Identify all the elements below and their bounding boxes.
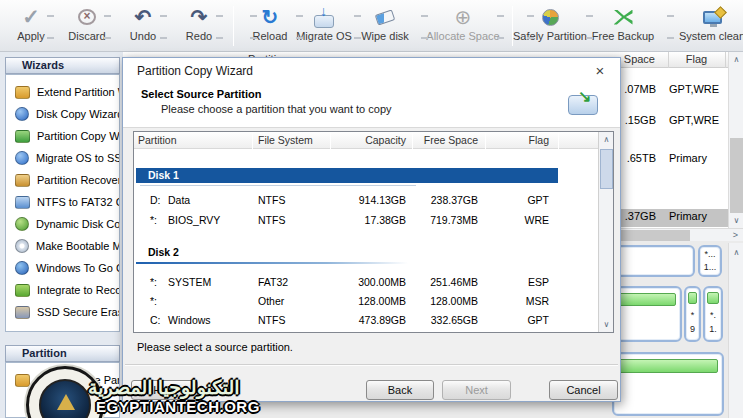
sidebar-item-partition-recovery[interactable]: Partition Recovery Wizard	[6, 169, 119, 191]
sidebar-item-bootable-media[interactable]: Make Bootable Media	[6, 235, 119, 257]
partition-block[interactable]: *. 1.	[703, 286, 723, 342]
col-partition[interactable]: Partition	[138, 134, 177, 146]
cancel-button[interactable]: Cancel	[549, 380, 618, 400]
gear-icon	[15, 284, 30, 297]
partition-row[interactable]: *: SYSTEM FAT32 300.00MB 251.46MB ESP	[134, 274, 598, 292]
scroll-up-icon[interactable]: ∧	[599, 132, 614, 147]
capacity: 473.89GB	[332, 314, 406, 326]
list-scrollbar[interactable]: ∧ ∨	[598, 132, 613, 332]
flag: MSR	[487, 295, 549, 307]
sidebar-item-disk-copy[interactable]: Disk Copy Wizard	[6, 103, 119, 125]
partition-row[interactable]: *: Other 128.00MB 128.00MB MSR	[134, 293, 598, 311]
toolbar-divider	[233, 6, 234, 46]
sidebar-item-dynamic-disk[interactable]: Dynamic Disk Converter	[6, 213, 119, 235]
toolbar-button-allocate-space[interactable]: Allocate Space	[424, 4, 502, 48]
col-capacity[interactable]: Capacity	[332, 134, 406, 146]
sidebar-item-migrate-os-ssd[interactable]: Migrate OS to SSD	[6, 147, 119, 169]
dialog-header: Select Source Partition Please choose a …	[123, 84, 620, 128]
sidebar-item-extend-partition[interactable]: Extend Partition Wizard	[6, 81, 119, 103]
toolbar-label: Free Backup	[588, 30, 658, 42]
scroll-down-icon[interactable]: ∨	[729, 213, 743, 228]
used-space-bar	[618, 359, 718, 373]
toolbar: Apply Discard Undo Redo Reload Migrate O…	[0, 0, 743, 52]
dynamic-disk-icon	[15, 217, 29, 231]
scroll-down-icon[interactable]: ∨	[599, 317, 614, 332]
system-clean-icon	[703, 11, 722, 24]
used-space-bar	[618, 293, 676, 306]
file-system: FAT32	[258, 276, 328, 288]
partition-block[interactable]: *... 1...	[698, 245, 722, 277]
partition-name: Windows	[168, 314, 254, 326]
partition-block[interactable]	[615, 245, 695, 277]
scrollbar-thumb[interactable]	[600, 149, 613, 189]
toolbar-button-wipe-disk[interactable]: Wipe disk	[356, 4, 414, 48]
scroll-up-icon[interactable]: ∧	[729, 52, 743, 67]
toolbar-label: Wipe disk	[356, 30, 414, 42]
resize-move-icon	[15, 374, 30, 387]
partition-copy-wizard-dialog: Partition Copy Wizard × Select Source Pa…	[122, 57, 621, 402]
sidebar-item-ntfs-fat32[interactable]: NTFS to FAT32 Converter	[6, 191, 119, 213]
partition-name: BIOS_RVY	[168, 214, 254, 226]
close-icon[interactable]: ×	[590, 61, 610, 81]
dialog-status-text: Please select a source partition.	[137, 341, 293, 353]
toolbar-button-system-clean[interactable]: System clean	[674, 4, 743, 48]
bg-col-flag[interactable]: Flag	[668, 53, 725, 65]
scrollbar-vertical[interactable]: ∧ ∨	[728, 52, 743, 228]
partition-copy-icon	[568, 95, 598, 115]
sidebar-item-label: Dynamic Disk Converter	[36, 218, 119, 230]
partition-label: *.	[705, 310, 721, 320]
convert-arrows-icon	[15, 196, 30, 209]
wipe-disk-icon	[375, 9, 396, 25]
scroll-up-icon[interactable]: ∧	[729, 245, 743, 260]
redo-arrow-icon	[191, 5, 208, 29]
drive-letter: *:	[150, 214, 168, 226]
partition-copy-icon	[15, 130, 30, 143]
capacity: 914.13GB	[332, 194, 406, 206]
capacity: 300.00MB	[332, 276, 406, 288]
partition-row[interactable]: D: Data NTFS 914.13GB 238.37GB GPT	[134, 192, 598, 210]
drive-letter: C:	[150, 314, 168, 326]
flag: GPT	[487, 314, 549, 326]
scrollbar-vertical[interactable]: ∧	[728, 243, 743, 418]
free-space: 251.46MB	[416, 276, 478, 288]
safely-partition-icon	[542, 9, 559, 26]
scrollbar-thumb[interactable]	[730, 138, 743, 213]
extend-partition-icon	[15, 86, 30, 99]
partition-operations-header[interactable]: Partition Operations	[5, 345, 120, 362]
partition-row[interactable]: C: Windows NTFS 473.89GB 332.65GB GPT	[134, 312, 598, 330]
partition-name: Data	[168, 194, 254, 206]
cd-disc-icon	[15, 239, 29, 253]
toolbar-button-safely-partition[interactable]: Safely Partition	[511, 4, 589, 48]
partition-block[interactable]	[612, 286, 682, 342]
divider	[125, 364, 618, 366]
partition-label: 9	[686, 324, 699, 334]
partition-row[interactable]: *: BIOS_RVY NTFS 17.38GB 719.73MB WRE	[134, 212, 598, 230]
col-file-system[interactable]: File System	[258, 134, 313, 146]
drive-letter: *:	[150, 295, 168, 307]
sidebar-item-label: Integrate to Recovery	[37, 284, 119, 296]
ssd-erase-icon	[15, 306, 30, 319]
back-button[interactable]: Back	[366, 380, 434, 400]
wizards-panel: Extend Partition Wizard Disk Copy Wizard…	[5, 74, 120, 332]
toolbar-button-free-backup[interactable]: Free Backup	[588, 4, 658, 48]
partition-name: SYSTEM	[168, 276, 254, 288]
partition-recovery-icon	[15, 174, 30, 187]
col-free-space[interactable]: Free Space	[416, 134, 478, 146]
partition-block[interactable]	[612, 352, 724, 416]
next-button[interactable]: Next	[442, 380, 511, 400]
sidebar-item-ssd-secure-erase[interactable]: SSD Secure Erase Wizard	[6, 301, 119, 323]
col-flag[interactable]: Flag	[487, 134, 549, 146]
allocate-space-icon	[455, 5, 472, 29]
file-system: Other	[258, 295, 328, 307]
migrate-os-icon	[15, 151, 29, 165]
migrate-os-icon	[314, 15, 334, 28]
sidebar-item-windows-to-go[interactable]: Windows To Go Creator	[6, 257, 119, 279]
partition-block[interactable]: * 9	[684, 286, 701, 342]
free-space: 238.37GB	[416, 194, 478, 206]
sidebar-item-integrate-recovery[interactable]: Integrate to Recovery	[6, 279, 119, 301]
toolbar-label: Safely Partition	[511, 30, 589, 42]
sidebar-item-partition-copy[interactable]: Partition Copy Wizard	[6, 125, 119, 147]
source-partition-list: Partition File System Capacity Free Spac…	[133, 131, 614, 333]
wizards-panel-header[interactable]: Wizards	[5, 57, 120, 74]
free-space: 719.73MB	[416, 214, 478, 226]
